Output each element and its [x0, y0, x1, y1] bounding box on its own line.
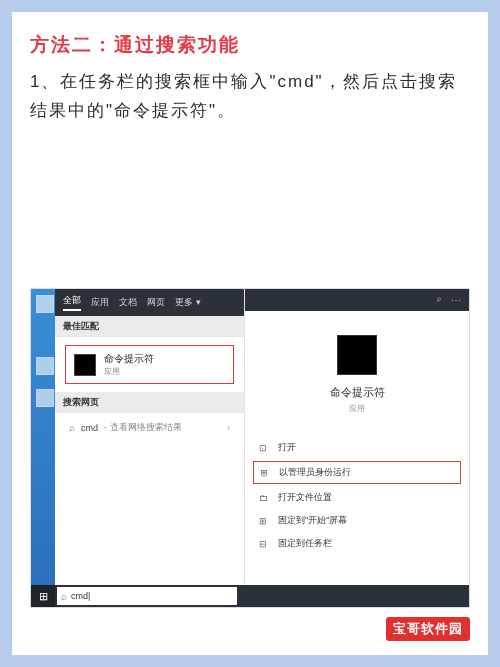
action-pin-taskbar[interactable]: ⊟ 固定到任务栏 — [245, 532, 469, 555]
best-match-name: 命令提示符 — [104, 352, 154, 366]
open-icon: ⊡ — [259, 443, 270, 453]
detail-controls-strip: ᵖ ⋯ — [245, 289, 469, 311]
action-admin-label: 以管理员身份运行 — [279, 466, 351, 479]
instruction-text: 1、在任务栏的搜索框中输入"cmd"，然后点击搜索结果中的"命令提示符"。 — [30, 68, 470, 126]
detail-app-name: 命令提示符 — [245, 385, 469, 400]
action-pin-taskbar-label: 固定到任务栏 — [278, 537, 332, 550]
method-heading: 方法二：通过搜索功能 — [30, 32, 470, 58]
search-icon: ⌕ — [69, 422, 75, 433]
desktop-shortcut-icon — [36, 295, 54, 313]
desktop-shortcut-icon — [36, 389, 54, 407]
best-match-sub: 应用 — [104, 366, 154, 377]
search-icon: ⌕ — [61, 591, 67, 602]
feedback-icon[interactable]: ᵖ — [437, 295, 441, 306]
web-search-result[interactable]: ⌕ cmd - 查看网络搜索结果 › — [65, 417, 234, 438]
shield-icon: ⛨ — [260, 468, 271, 478]
windows-search-screenshot: 全部 应用 文档 网页 更多 ▾ 最佳匹配 命令提示符 应用 搜索网页 ⌕ cm… — [30, 288, 470, 608]
pin-icon: ⊟ — [259, 539, 270, 549]
action-pin-start[interactable]: ⊞ 固定到"开始"屏幕 — [245, 509, 469, 532]
tab-all[interactable]: 全部 — [63, 294, 81, 311]
search-results-panel: 全部 应用 文档 网页 更多 ▾ 最佳匹配 命令提示符 应用 搜索网页 ⌕ cm… — [55, 289, 245, 585]
search-input-text: cmd — [71, 591, 88, 601]
detail-pane: ᵖ ⋯ 命令提示符 应用 ⊡ 打开 ⛨ 以管理员身份运行 🗀 打开 — [245, 289, 469, 585]
action-pin-start-label: 固定到"开始"屏幕 — [278, 514, 347, 527]
chevron-right-icon: › — [227, 423, 230, 433]
action-open-label: 打开 — [278, 441, 296, 454]
tab-apps[interactable]: 应用 — [91, 296, 109, 309]
best-match-header: 最佳匹配 — [55, 316, 244, 337]
tab-more[interactable]: 更多 ▾ — [175, 296, 201, 309]
start-button[interactable]: ⊞ — [31, 585, 55, 607]
pin-icon: ⊞ — [259, 516, 270, 526]
web-query-desc: - 查看网络搜索结果 — [104, 421, 182, 434]
taskbar: ⊞ ⌕ cmd| — [31, 585, 469, 607]
action-open[interactable]: ⊡ 打开 — [245, 436, 469, 459]
desktop-shortcut-icon — [36, 357, 54, 375]
cmd-large-icon — [337, 335, 377, 375]
cmd-icon — [74, 354, 96, 376]
more-icon[interactable]: ⋯ — [451, 295, 461, 306]
web-query: cmd — [81, 423, 98, 433]
search-filter-tabs: 全部 应用 文档 网页 更多 ▾ — [55, 289, 244, 316]
taskbar-search-input[interactable]: ⌕ cmd| — [57, 587, 237, 605]
action-run-admin[interactable]: ⛨ 以管理员身份运行 — [253, 461, 461, 484]
tab-docs[interactable]: 文档 — [119, 296, 137, 309]
action-open-file-location[interactable]: 🗀 打开文件位置 — [245, 486, 469, 509]
actions-list: ⊡ 打开 ⛨ 以管理员身份运行 🗀 打开文件位置 ⊞ 固定到"开始"屏幕 ⊟ — [245, 436, 469, 555]
search-web-header: 搜索网页 — [55, 392, 244, 413]
site-watermark: 宝哥软件园 — [386, 617, 470, 641]
folder-icon: 🗀 — [259, 493, 270, 503]
best-match-result[interactable]: 命令提示符 应用 — [65, 345, 234, 384]
detail-app-sub: 应用 — [245, 403, 469, 414]
action-file-loc-label: 打开文件位置 — [278, 491, 332, 504]
tab-web[interactable]: 网页 — [147, 296, 165, 309]
